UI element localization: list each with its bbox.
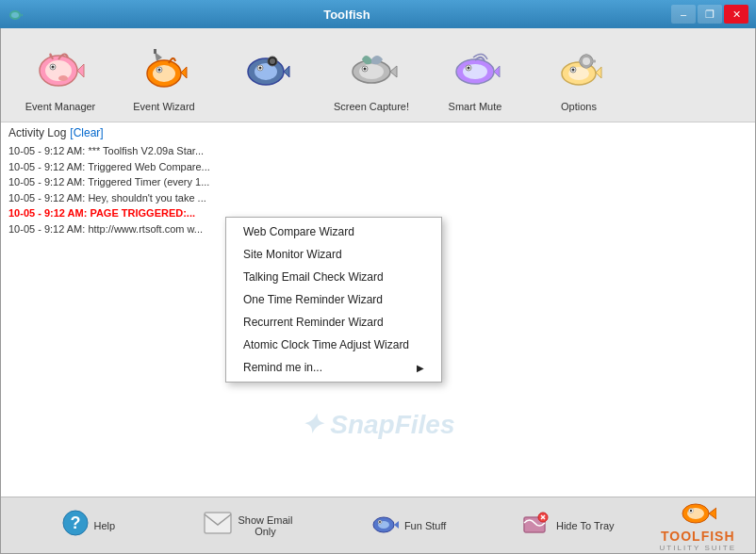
menu-recurrent[interactable]: Recurrent Reminder Wizard [226,311,441,334]
show-email-button[interactable]: Show EmailOnly [169,508,329,544]
event-manager-icon [30,39,90,99]
activity-label: Activity Log [8,126,66,139]
menu-remind-me[interactable]: Remind me in... ▶ [226,356,441,379]
activity-header: Activity Log [Clear] [8,126,748,139]
logo-sub-text: UTILITY SUITE [660,544,736,552]
svg-text:?: ? [70,513,80,532]
show-email-label: Show EmailOnly [238,514,292,537]
svg-point-43 [379,521,381,523]
svg-point-9 [153,65,175,82]
svg-point-6 [52,66,55,69]
menu-web-compare[interactable]: Web Compare Wizard [226,220,441,243]
screen-capture-label: Screen Capture! [334,101,409,112]
toolbar-options[interactable]: Options [527,35,631,116]
svg-rect-35 [579,60,583,63]
hide-to-tray-label: Hide To Tray [556,520,615,531]
log-line: 10-05 - 9:12 AM: Triggered Web Compare..… [8,159,748,175]
bottom-bar: ? Help Show EmailOnly [1,497,755,553]
app-icon [8,7,23,22]
close-button[interactable]: ✕ [724,5,748,24]
logo-fish-icon [679,498,716,529]
toolbar-smart-mute[interactable]: Smart Mute [423,35,527,116]
hide-tray-icon [522,510,551,542]
event-wizard-icon [134,39,194,99]
smart-mute-icon [445,39,505,99]
svg-point-11 [158,69,161,72]
email-icon [204,512,232,540]
toolfish-logo: TOOLFISH UTILITY SUITE [649,495,748,554]
menu-talking-email[interactable]: Talking Email Check Wizard [226,266,441,288]
toolbar-screen-capture[interactable]: Screen Capture! [320,35,423,116]
toolbar-event-wizard[interactable]: Event Wizard [112,35,216,116]
clear-link[interactable]: [Clear] [70,126,103,139]
context-menu: Web Compare Wizard Site Monitor Wizard T… [225,217,442,383]
fun-stuff-icon [370,510,399,542]
keyboard-icon [238,39,298,99]
event-manager-label: Event Manager [25,101,96,112]
logo-main-text: TOOLFISH [661,529,735,544]
fun-stuff-button[interactable]: Fun Stuff [328,506,488,546]
submenu-arrow-icon: ▶ [417,363,424,373]
menu-one-time[interactable]: One Time Reminder Wizard [226,288,441,311]
fun-stuff-label: Fun Stuff [404,520,446,531]
log-line: 10-05 - 9:12 AM: *** Toolfish V2.09a Sta… [8,143,748,159]
svg-point-22 [364,68,367,71]
help-button[interactable]: ? Help [8,506,169,546]
svg-rect-36 [592,60,596,63]
title-bar: Toolfish – ❐ ✕ [0,0,756,28]
toolbar: Event Manager Event Wizard [1,28,755,122]
screen-capture-icon [341,39,402,99]
menu-remind-me-label: Remind me in... [243,361,322,374]
restore-button[interactable]: ❐ [698,5,722,24]
help-label: Help [94,520,116,531]
event-wizard-label: Event Wizard [133,101,194,112]
toolbar-event-manager[interactable]: Event Manager [8,35,112,116]
svg-rect-34 [585,65,588,69]
svg-rect-12 [154,49,156,54]
svg-point-26 [468,67,470,70]
svg-point-51 [690,510,692,512]
svg-point-16 [259,67,262,70]
menu-site-monitor[interactable]: Site Monitor Wizard [226,243,441,266]
minimize-button[interactable]: – [671,5,696,24]
svg-point-1 [11,12,19,18]
log-line: 10-05 - 9:12 AM: Hey, shouldn't you take… [8,190,748,206]
hide-to-tray-button[interactable]: Hide To Tray [488,506,649,546]
svg-rect-33 [585,54,588,57]
window-title: Toolfish [23,8,671,22]
svg-rect-39 [205,513,231,533]
svg-point-30 [572,69,575,72]
svg-point-18 [270,58,275,64]
svg-point-7 [58,75,68,81]
window-body: Event Manager Event Wizard [0,28,756,554]
options-icon [549,39,609,99]
help-icon: ? [62,510,89,542]
content-area: Activity Log [Clear] 10-05 - 9:12 AM: **… [1,122,755,497]
log-line: 10-05 - 9:12 AM: Triggered Timer (every … [8,174,748,190]
smart-mute-label: Smart Mute [449,101,502,112]
menu-atomic-clock[interactable]: Atomic Clock Time Adjust Wizard [226,334,441,356]
window-controls: – ❐ ✕ [671,5,748,24]
svg-point-32 [583,57,590,65]
options-label: Options [561,101,597,112]
toolbar-keyboard[interactable]: Keyboard [216,35,320,116]
